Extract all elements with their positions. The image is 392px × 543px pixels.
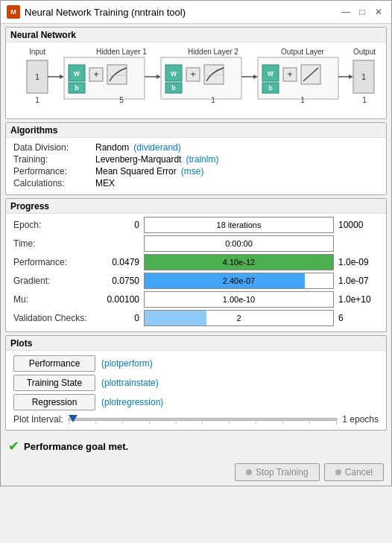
algo-link-division[interactable]: (dividerand) (133, 142, 180, 153)
progress-row-gradient: Gradient: 0.0750 2.40e-07 1.0e-07 (13, 273, 379, 289)
plots-content: Performance (plotperform) Training State… (6, 351, 386, 430)
progress-right-mu: 1.0e+10 (334, 294, 379, 305)
plot-row-performance: Performance (plotperform) (13, 355, 379, 372)
algorithms-title: Algorithms (6, 123, 386, 138)
plot-row-regression: Regression (plotregression) (13, 394, 379, 410)
stop-training-button[interactable]: Stop Training (235, 463, 320, 481)
progress-section: Progress Epoch: 0 18 iterations 10000 Ti… (5, 198, 387, 332)
slider-ticks (69, 422, 338, 425)
algo-label-training: Training: (13, 154, 95, 165)
svg-text:Output Layer: Output Layer (281, 48, 324, 56)
svg-marker-18 (157, 74, 161, 79)
svg-marker-5 (60, 74, 64, 79)
progress-row-mu: Mu: 0.00100 1.00e-10 1.0e+10 (13, 291, 379, 308)
progress-row-epoch: Epoch: 0 18 iterations 10000 (13, 217, 379, 233)
progress-bar-mu: 1.00e-10 (144, 291, 334, 308)
svg-text:1: 1 (362, 96, 367, 104)
progress-bar-epoch: 18 iterations (144, 217, 334, 233)
training-state-button[interactable]: Training State (13, 375, 95, 391)
progress-row-perf: Performance: 0.0479 4.10e-12 1.0e-09 (13, 254, 379, 270)
algo-label-division: Data Division: (13, 142, 95, 153)
svg-text:+: + (93, 69, 99, 80)
bottom-bar: Stop Training Cancel (1, 459, 391, 486)
close-button[interactable]: ✕ (372, 5, 385, 19)
progress-bar-time: 0:00:00 (144, 235, 334, 252)
cancel-button[interactable]: Cancel (324, 463, 384, 481)
plot-interval-row: Plot Interval: (13, 413, 379, 425)
progress-right-perf: 1.0e-09 (334, 257, 379, 267)
algorithms-content: Data Division: Random (dividerand) Train… (6, 138, 386, 194)
status-check-icon: ✔ (8, 438, 19, 454)
progress-label-validation: Validation Checks: (13, 313, 103, 323)
plot-interval-value: 1 epochs (342, 414, 379, 425)
progress-right-gradient: 1.0e-07 (334, 276, 379, 286)
svg-text:1: 1 (211, 96, 215, 104)
window-title: Neural Network Training (nntrain tool) (25, 7, 186, 18)
algo-row-calculations: Calculations: MEX (13, 178, 379, 188)
progress-label-epoch: Epoch: (13, 220, 103, 230)
svg-text:Hidden Layer 1: Hidden Layer 1 (96, 48, 147, 56)
svg-text:5: 5 (119, 96, 124, 104)
slider-track (68, 418, 338, 421)
algo-link-performance[interactable]: (mse) (181, 166, 204, 177)
svg-rect-14 (107, 65, 127, 84)
svg-text:1: 1 (361, 72, 366, 81)
algo-value-division: Random (95, 142, 129, 153)
progress-content: Epoch: 0 18 iterations 10000 Time: 0:00:… (6, 214, 386, 331)
progress-row-validation: Validation Checks: 0 2 6 (13, 310, 379, 326)
algo-value-training: Levenberg-Marquardt (95, 154, 181, 165)
progress-right-validation: 6 (334, 313, 379, 323)
neural-network-section: Neural Network Input 1 1 Hidden Layer 1 … (5, 27, 387, 119)
cancel-label: Cancel (345, 467, 373, 477)
matlab-icon: M (7, 5, 20, 19)
progress-bar-text-perf: 4.10e-12 (145, 258, 333, 267)
nn-diagram-svg: Input 1 1 Hidden Layer 1 w b + (13, 47, 379, 114)
svg-rect-27 (204, 65, 224, 84)
svg-marker-44 (349, 74, 353, 79)
titlebar-controls: — □ ✕ (339, 5, 385, 19)
performance-button[interactable]: Performance (13, 355, 95, 372)
regression-link[interactable]: (plotregression) (101, 397, 163, 407)
progress-bar-text-gradient: 2.40e-07 (145, 276, 333, 285)
cancel-icon (335, 469, 341, 475)
algo-label-calculations: Calculations: (13, 178, 95, 188)
progress-row-time: Time: 0:00:00 (13, 235, 379, 252)
progress-label-perf: Performance: (13, 257, 103, 267)
algo-value-calculations: MEX (95, 178, 115, 188)
progress-label-time: Time: (13, 238, 103, 249)
plot-interval-label: Plot Interval: (13, 414, 63, 425)
regression-button[interactable]: Regression (13, 394, 95, 410)
svg-marker-31 (253, 74, 258, 79)
svg-text:Input: Input (29, 48, 45, 56)
algorithms-section: Algorithms Data Division: Random (divide… (5, 122, 387, 195)
algo-value-performance: Mean Squared Error (95, 166, 177, 177)
svg-text:w: w (73, 69, 80, 77)
algo-row-division: Data Division: Random (dividerand) (13, 142, 379, 153)
svg-text:b: b (75, 84, 79, 92)
algo-link-training[interactable]: (trainlm) (186, 154, 218, 165)
plot-interval-slider[interactable] (68, 413, 338, 425)
svg-text:+: + (190, 69, 196, 80)
training-state-link[interactable]: (plottrainstate) (101, 378, 159, 388)
stop-training-label: Stop Training (256, 467, 309, 477)
progress-bar-text-validation: 2 (145, 314, 333, 323)
svg-text:b: b (171, 84, 176, 92)
neural-network-title: Neural Network (6, 28, 386, 42)
stop-training-icon (246, 469, 252, 475)
minimize-button[interactable]: — (339, 5, 353, 19)
svg-text:w: w (170, 69, 177, 77)
svg-text:1: 1 (35, 72, 39, 81)
progress-bar-gradient: 2.40e-07 (144, 273, 334, 289)
svg-text:b: b (268, 84, 273, 92)
maximize-button[interactable]: □ (355, 5, 369, 19)
progress-label-mu: Mu: (13, 294, 103, 305)
svg-text:Output: Output (353, 48, 376, 56)
svg-text:+: + (287, 69, 293, 80)
performance-link[interactable]: (plotperform) (101, 358, 153, 369)
progress-left-mu: 0.00100 (103, 294, 144, 305)
status-text: Performance goal met. (24, 441, 128, 452)
progress-title: Progress (6, 199, 386, 214)
status-bar: ✔ Performance goal met. (1, 434, 391, 459)
algo-row-performance: Performance: Mean Squared Error (mse) (13, 166, 379, 177)
svg-text:w: w (267, 69, 274, 77)
